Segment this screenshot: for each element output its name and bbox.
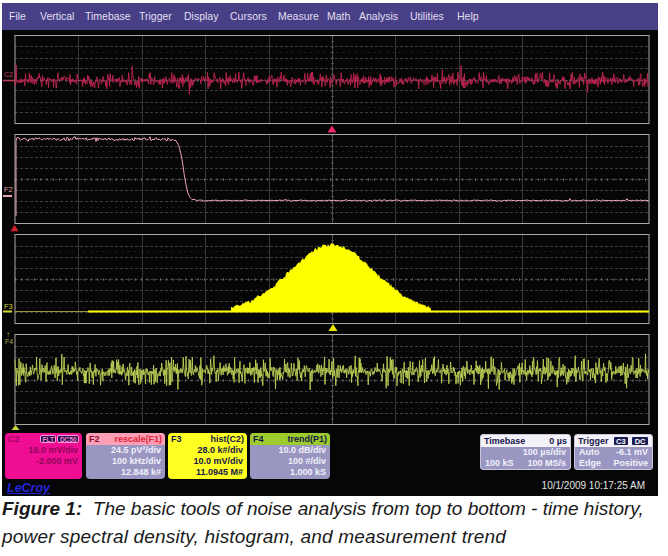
svg-text:C2: C2 [4,71,13,78]
svg-text:F3: F3 [4,302,13,311]
svg-text:F4: F4 [5,338,13,345]
svg-text:F2: F2 [4,185,13,194]
